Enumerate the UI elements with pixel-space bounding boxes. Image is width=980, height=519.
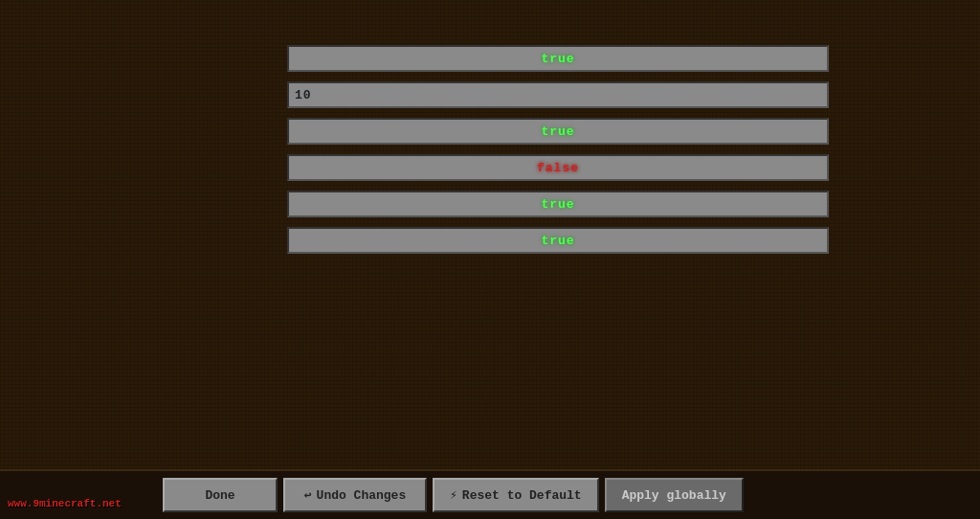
undo-label: Undo Changes <box>317 488 407 503</box>
reset-icon: ⚡ <box>450 487 457 503</box>
watermark-text: www.9minecraft.net <box>8 498 122 509</box>
config-value-text-enable: true <box>541 124 574 139</box>
config-value-box-elytraTickDelay[interactable]: 10 <box>287 81 829 108</box>
reset-label: Reset to Default <box>462 488 582 503</box>
done-button[interactable]: Done <box>163 478 278 512</box>
undo-icon: ↩ <box>304 487 312 503</box>
config-value-box-elytraRollScreen[interactable]: true <box>287 45 829 72</box>
background <box>0 0 980 519</box>
bottom-toolbar: Done ↩ Undo Changes ⚡ Reset to Default A… <box>0 469 980 519</box>
apply-globally-button[interactable]: Apply globally <box>605 478 744 512</box>
config-value-text-frontKeyToggleMode: false <box>537 161 579 175</box>
config-value-box-nimbleMounting[interactable]: true <box>287 227 829 254</box>
reset-button[interactable]: ⚡ Reset to Default <box>433 478 599 512</box>
undo-button[interactable]: ↩ Undo Changes <box>283 478 427 512</box>
config-value-text-elytraRollScreen: true <box>541 52 574 66</box>
config-value-box-enable[interactable]: true <box>287 118 829 145</box>
config-value-text-nimbleElytra: true <box>541 197 574 212</box>
config-value-text-nimbleMounting: true <box>541 234 574 248</box>
config-value-box-frontKeyToggleMode[interactable]: false <box>287 154 829 181</box>
config-value-box-nimbleElytra[interactable]: true <box>287 191 829 217</box>
config-value-text-elytraTickDelay: 10 <box>295 88 312 102</box>
